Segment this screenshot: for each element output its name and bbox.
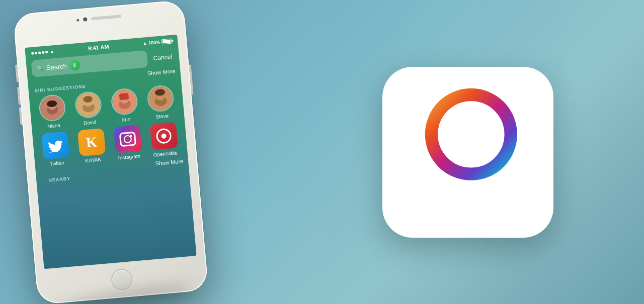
kayak-app-icon: K	[77, 128, 106, 156]
contact-name-david: David	[83, 119, 96, 126]
home-button[interactable]	[110, 268, 133, 291]
avatar-steve-face	[147, 85, 174, 111]
front-camera	[83, 17, 88, 22]
signal-dot-5	[45, 50, 48, 53]
contact-steve[interactable]: Steve	[146, 84, 176, 120]
battery-fill	[163, 39, 171, 43]
avatar-nisha	[38, 93, 66, 122]
ios9-numeral	[403, 82, 533, 223]
iphone-top-details	[76, 14, 121, 22]
avatar-erin-face	[111, 88, 137, 115]
contact-name-erin: Erin	[121, 116, 131, 123]
status-left: ▲	[31, 49, 55, 56]
app-opentable[interactable]: OpenTable	[149, 122, 179, 157]
opentable-app-label: OpenTable	[153, 150, 178, 157]
location-icon: ▲	[142, 40, 147, 46]
svg-rect-11	[119, 92, 129, 99]
battery-bar	[162, 38, 172, 44]
contact-nisha[interactable]: Nisha	[38, 93, 67, 129]
earpiece	[91, 15, 121, 20]
signal-dots	[31, 50, 48, 54]
signal-dot-1	[31, 52, 34, 54]
twitter-app-label: Twitter	[49, 160, 64, 167]
search-icon: 🔍	[36, 64, 44, 71]
signal-dot-4	[42, 51, 44, 53]
contact-name-nisha: Nisha	[47, 122, 60, 129]
home-button-area	[110, 268, 133, 291]
kayak-app-label: KAYAK	[85, 156, 102, 163]
contact-name-steve: Steve	[155, 113, 169, 119]
signal-dot-2	[35, 51, 37, 54]
iphone-body: ▲ 9:41 AM ▲ 100% 🔍 Search	[13, 0, 208, 304]
contact-erin[interactable]: Erin	[110, 87, 139, 123]
front-sensor	[76, 18, 79, 21]
opentable-app-icon	[149, 122, 178, 150]
iphone-mockup: ▲ 9:41 AM ▲ 100% 🔍 Search	[13, 0, 208, 304]
ios9-card	[382, 67, 553, 238]
scene: ▲ 9:41 AM ▲ 100% 🔍 Search	[0, 0, 644, 304]
app-twitter[interactable]: Twitter	[41, 131, 70, 167]
app-kayak[interactable]: K KAYAK	[77, 128, 107, 164]
twitter-app-icon	[41, 131, 69, 159]
instagram-app-icon	[114, 125, 142, 153]
avatar-erin	[110, 87, 138, 116]
search-placeholder: Search	[46, 62, 67, 71]
instagram-app-label: Instagram	[118, 153, 140, 160]
app-instagram[interactable]: Instagram	[114, 125, 143, 160]
avatar-david	[74, 90, 102, 119]
signal-dot-3	[38, 51, 41, 53]
avatar-david-face	[75, 91, 102, 118]
avatar-nisha-face	[39, 94, 65, 121]
opentable-inner-circle	[161, 133, 167, 139]
mic-icon[interactable]: 🎙	[69, 59, 81, 71]
avatar-steve	[146, 84, 175, 112]
status-right: ▲ 100%	[142, 38, 172, 46]
opentable-circle-icon	[155, 128, 172, 144]
kayak-k-letter: K	[86, 134, 98, 151]
wifi-icon: ▲	[50, 49, 55, 54]
cancel-button[interactable]: Cancel	[151, 53, 174, 62]
iphone-screen: ▲ 9:41 AM ▲ 100% 🔍 Search	[25, 34, 196, 269]
ios9-logo	[382, 67, 553, 238]
svg-point-16	[431, 94, 511, 174]
battery-percent: 100%	[148, 39, 160, 45]
mic-symbol: 🎙	[72, 62, 77, 68]
instagram-camera-icon	[119, 131, 136, 147]
contact-david[interactable]: David	[74, 90, 103, 126]
status-time: 9:41 AM	[88, 43, 109, 51]
